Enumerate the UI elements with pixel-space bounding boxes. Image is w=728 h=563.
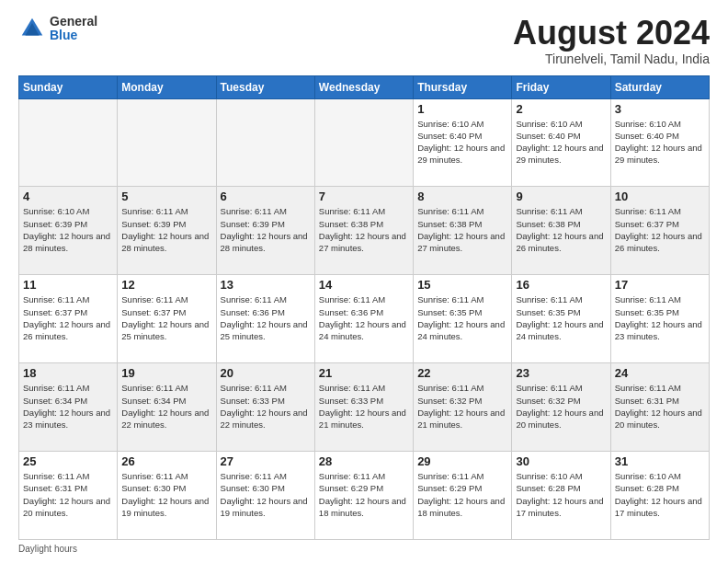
day-number: 17 bbox=[615, 278, 705, 292]
calendar-day bbox=[216, 98, 314, 187]
day-number: 6 bbox=[221, 190, 311, 203]
calendar-day: 16Sunrise: 6:11 AM Sunset: 6:35 PM Dayli… bbox=[512, 275, 610, 363]
day-number: 5 bbox=[121, 190, 211, 203]
day-number: 27 bbox=[221, 454, 311, 468]
day-number: 31 bbox=[615, 454, 705, 468]
calendar-day: 7Sunrise: 6:11 AM Sunset: 6:38 PM Daylig… bbox=[314, 187, 413, 275]
calendar-day bbox=[118, 98, 216, 187]
day-info: Sunrise: 6:11 AM Sunset: 6:39 PM Dayligh… bbox=[221, 205, 311, 254]
day-number: 19 bbox=[121, 366, 211, 380]
day-info: Sunrise: 6:11 AM Sunset: 6:31 PM Dayligh… bbox=[23, 470, 113, 519]
day-info: Sunrise: 6:11 AM Sunset: 6:37 PM Dayligh… bbox=[121, 293, 211, 342]
day-number: 14 bbox=[319, 278, 409, 292]
calendar-day: 14Sunrise: 6:11 AM Sunset: 6:36 PM Dayli… bbox=[314, 275, 413, 363]
day-info: Sunrise: 6:10 AM Sunset: 6:40 PM Dayligh… bbox=[417, 118, 507, 167]
logo: General Blue bbox=[18, 15, 97, 43]
day-number: 8 bbox=[417, 190, 507, 203]
day-number: 29 bbox=[417, 454, 507, 468]
calendar-week-3: 11Sunrise: 6:11 AM Sunset: 6:37 PM Dayli… bbox=[19, 275, 710, 363]
calendar-day: 24Sunrise: 6:11 AM Sunset: 6:31 PM Dayli… bbox=[610, 363, 709, 452]
day-info: Sunrise: 6:11 AM Sunset: 6:31 PM Dayligh… bbox=[615, 382, 705, 431]
day-info: Sunrise: 6:11 AM Sunset: 6:39 PM Dayligh… bbox=[121, 205, 211, 254]
calendar-day: 10Sunrise: 6:11 AM Sunset: 6:37 PM Dayli… bbox=[610, 187, 709, 275]
calendar-day: 8Sunrise: 6:11 AM Sunset: 6:38 PM Daylig… bbox=[414, 187, 512, 275]
month-title: August 2024 bbox=[513, 15, 710, 52]
calendar-day: 15Sunrise: 6:11 AM Sunset: 6:35 PM Dayli… bbox=[414, 275, 512, 363]
title-area: August 2024 Tirunelveli, Tamil Nadu, Ind… bbox=[513, 15, 710, 66]
day-number: 25 bbox=[23, 454, 113, 468]
day-info: Sunrise: 6:11 AM Sunset: 6:32 PM Dayligh… bbox=[417, 382, 507, 431]
day-info: Sunrise: 6:11 AM Sunset: 6:36 PM Dayligh… bbox=[221, 293, 311, 342]
calendar-day: 18Sunrise: 6:11 AM Sunset: 6:34 PM Dayli… bbox=[19, 363, 118, 452]
calendar-table: SundayMondayTuesdayWednesdayThursdayFrid… bbox=[18, 75, 710, 540]
calendar-week-2: 4Sunrise: 6:10 AM Sunset: 6:39 PM Daylig… bbox=[19, 187, 710, 275]
calendar-header-friday: Friday bbox=[512, 75, 610, 98]
day-number: 26 bbox=[121, 454, 211, 468]
logo-icon bbox=[18, 15, 46, 42]
logo-text: General Blue bbox=[50, 15, 97, 43]
calendar-week-1: 1Sunrise: 6:10 AM Sunset: 6:40 PM Daylig… bbox=[19, 98, 710, 187]
calendar-day: 13Sunrise: 6:11 AM Sunset: 6:36 PM Dayli… bbox=[216, 275, 314, 363]
day-info: Sunrise: 6:11 AM Sunset: 6:29 PM Dayligh… bbox=[319, 470, 409, 519]
calendar-day: 28Sunrise: 6:11 AM Sunset: 6:29 PM Dayli… bbox=[314, 452, 413, 540]
location: Tirunelveli, Tamil Nadu, India bbox=[513, 52, 710, 66]
logo-blue: Blue bbox=[50, 29, 97, 42]
day-info: Sunrise: 6:10 AM Sunset: 6:28 PM Dayligh… bbox=[615, 470, 705, 519]
day-info: Sunrise: 6:11 AM Sunset: 6:35 PM Dayligh… bbox=[615, 293, 705, 342]
day-info: Sunrise: 6:10 AM Sunset: 6:28 PM Dayligh… bbox=[516, 470, 606, 519]
calendar-header-thursday: Thursday bbox=[414, 75, 512, 98]
day-number: 30 bbox=[516, 454, 606, 468]
day-info: Sunrise: 6:11 AM Sunset: 6:32 PM Dayligh… bbox=[516, 382, 606, 431]
day-info: Sunrise: 6:10 AM Sunset: 6:40 PM Dayligh… bbox=[516, 118, 606, 167]
day-number: 12 bbox=[121, 278, 211, 292]
day-info: Sunrise: 6:11 AM Sunset: 6:29 PM Dayligh… bbox=[417, 470, 507, 519]
day-info: Sunrise: 6:11 AM Sunset: 6:37 PM Dayligh… bbox=[615, 205, 705, 254]
day-number: 10 bbox=[615, 190, 705, 203]
day-info: Sunrise: 6:11 AM Sunset: 6:38 PM Dayligh… bbox=[417, 205, 507, 254]
calendar-day: 3Sunrise: 6:10 AM Sunset: 6:40 PM Daylig… bbox=[610, 98, 709, 187]
day-info: Sunrise: 6:11 AM Sunset: 6:30 PM Dayligh… bbox=[121, 470, 211, 519]
day-info: Sunrise: 6:11 AM Sunset: 6:33 PM Dayligh… bbox=[221, 382, 311, 431]
calendar-day: 9Sunrise: 6:11 AM Sunset: 6:38 PM Daylig… bbox=[512, 187, 610, 275]
calendar-day: 17Sunrise: 6:11 AM Sunset: 6:35 PM Dayli… bbox=[610, 275, 709, 363]
calendar-day: 6Sunrise: 6:11 AM Sunset: 6:39 PM Daylig… bbox=[216, 187, 314, 275]
day-info: Sunrise: 6:11 AM Sunset: 6:36 PM Dayligh… bbox=[319, 293, 409, 342]
calendar-week-4: 18Sunrise: 6:11 AM Sunset: 6:34 PM Dayli… bbox=[19, 363, 710, 452]
calendar-day: 20Sunrise: 6:11 AM Sunset: 6:33 PM Dayli… bbox=[216, 363, 314, 452]
calendar-day: 1Sunrise: 6:10 AM Sunset: 6:40 PM Daylig… bbox=[414, 98, 512, 187]
day-info: Sunrise: 6:11 AM Sunset: 6:34 PM Dayligh… bbox=[23, 382, 113, 431]
day-info: Sunrise: 6:11 AM Sunset: 6:34 PM Dayligh… bbox=[121, 382, 211, 431]
day-info: Sunrise: 6:10 AM Sunset: 6:40 PM Dayligh… bbox=[615, 118, 705, 167]
day-number: 15 bbox=[417, 278, 507, 292]
calendar-header-sunday: Sunday bbox=[19, 75, 118, 98]
page: General Blue August 2024 Tirunelveli, Ta… bbox=[0, 0, 728, 563]
calendar-header-monday: Monday bbox=[118, 75, 216, 98]
day-info: Sunrise: 6:11 AM Sunset: 6:35 PM Dayligh… bbox=[516, 293, 606, 342]
calendar-day: 4Sunrise: 6:10 AM Sunset: 6:39 PM Daylig… bbox=[19, 187, 118, 275]
day-number: 9 bbox=[516, 190, 606, 203]
calendar-header-saturday: Saturday bbox=[610, 75, 709, 98]
day-number: 21 bbox=[319, 366, 409, 380]
day-info: Sunrise: 6:11 AM Sunset: 6:38 PM Dayligh… bbox=[319, 205, 409, 254]
day-number: 20 bbox=[221, 366, 311, 380]
calendar-header-row: SundayMondayTuesdayWednesdayThursdayFrid… bbox=[19, 75, 710, 98]
calendar-day: 26Sunrise: 6:11 AM Sunset: 6:30 PM Dayli… bbox=[118, 452, 216, 540]
header: General Blue August 2024 Tirunelveli, Ta… bbox=[18, 15, 710, 66]
calendar-day: 19Sunrise: 6:11 AM Sunset: 6:34 PM Dayli… bbox=[118, 363, 216, 452]
calendar-day: 12Sunrise: 6:11 AM Sunset: 6:37 PM Dayli… bbox=[118, 275, 216, 363]
logo-general: General bbox=[50, 15, 97, 29]
day-number: 13 bbox=[221, 278, 311, 292]
calendar-day: 25Sunrise: 6:11 AM Sunset: 6:31 PM Dayli… bbox=[19, 452, 118, 540]
calendar-day: 2Sunrise: 6:10 AM Sunset: 6:40 PM Daylig… bbox=[512, 98, 610, 187]
day-number: 16 bbox=[516, 278, 606, 292]
day-number: 3 bbox=[615, 102, 705, 116]
calendar-day bbox=[314, 98, 413, 187]
calendar-day bbox=[19, 98, 118, 187]
day-number: 18 bbox=[23, 366, 113, 380]
day-number: 24 bbox=[615, 366, 705, 380]
calendar-day: 5Sunrise: 6:11 AM Sunset: 6:39 PM Daylig… bbox=[118, 187, 216, 275]
calendar-day: 22Sunrise: 6:11 AM Sunset: 6:32 PM Dayli… bbox=[414, 363, 512, 452]
day-info: Sunrise: 6:11 AM Sunset: 6:30 PM Dayligh… bbox=[221, 470, 311, 519]
day-number: 1 bbox=[417, 102, 507, 116]
day-info: Sunrise: 6:11 AM Sunset: 6:33 PM Dayligh… bbox=[319, 382, 409, 431]
